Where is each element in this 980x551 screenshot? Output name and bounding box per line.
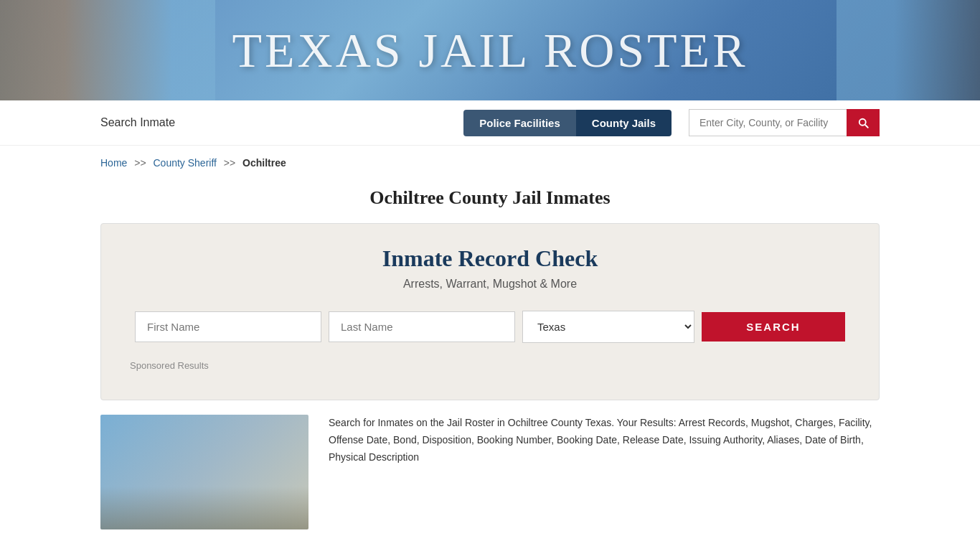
breadcrumb-separator-2: >> <box>224 157 235 169</box>
search-icon <box>857 116 870 129</box>
first-name-input[interactable] <box>135 311 321 342</box>
search-submit-button[interactable]: SEARCH <box>702 312 845 342</box>
facility-description: Search for Inmates on the Jail Roster in… <box>329 415 880 466</box>
breadcrumb-county-sheriff[interactable]: County Sheriff <box>154 157 217 169</box>
page-title-section: Ochiltree County Jail Inmates <box>0 180 980 223</box>
facility-search-wrapper <box>689 109 880 136</box>
nav-bar: Search Inmate Police Facilities County J… <box>0 100 980 146</box>
tab-county-jails[interactable]: County Jails <box>576 110 672 136</box>
facility-search-button[interactable] <box>847 109 880 136</box>
facility-search-input[interactable] <box>689 109 847 136</box>
breadcrumb: Home >> County Sheriff >> Ochiltree <box>0 146 980 180</box>
keys-image <box>837 0 980 100</box>
capitol-image <box>0 0 215 100</box>
search-inmate-label: Search Inmate <box>100 116 449 129</box>
tab-police-facilities[interactable]: Police Facilities <box>463 110 576 136</box>
inmate-check-heading: Inmate Record Check <box>130 245 850 272</box>
sponsored-label: Sponsored Results <box>130 360 850 371</box>
breadcrumb-separator-1: >> <box>134 157 146 169</box>
search-form-row: AlabamaAlaskaArizonaArkansasCaliforniaCo… <box>130 311 850 343</box>
state-select[interactable]: AlabamaAlaskaArizonaArkansasCaliforniaCo… <box>522 311 694 343</box>
inmate-search-card: Inmate Record Check Arrests, Warrant, Mu… <box>100 223 880 400</box>
page-title: Ochiltree County Jail Inmates <box>0 187 980 209</box>
bottom-section: Search for Inmates on the Jail Roster in… <box>0 415 980 529</box>
inmate-check-subheading: Arrests, Warrant, Mugshot & More <box>130 278 850 291</box>
breadcrumb-home[interactable]: Home <box>100 157 127 169</box>
nav-tabs: Police Facilities County Jails <box>463 110 672 136</box>
breadcrumb-current: Ochiltree <box>242 157 286 169</box>
site-title: Texas Jail Roster <box>232 22 748 79</box>
facility-image <box>100 415 308 529</box>
last-name-input[interactable] <box>329 311 515 342</box>
site-banner: Texas Jail Roster <box>0 0 980 100</box>
